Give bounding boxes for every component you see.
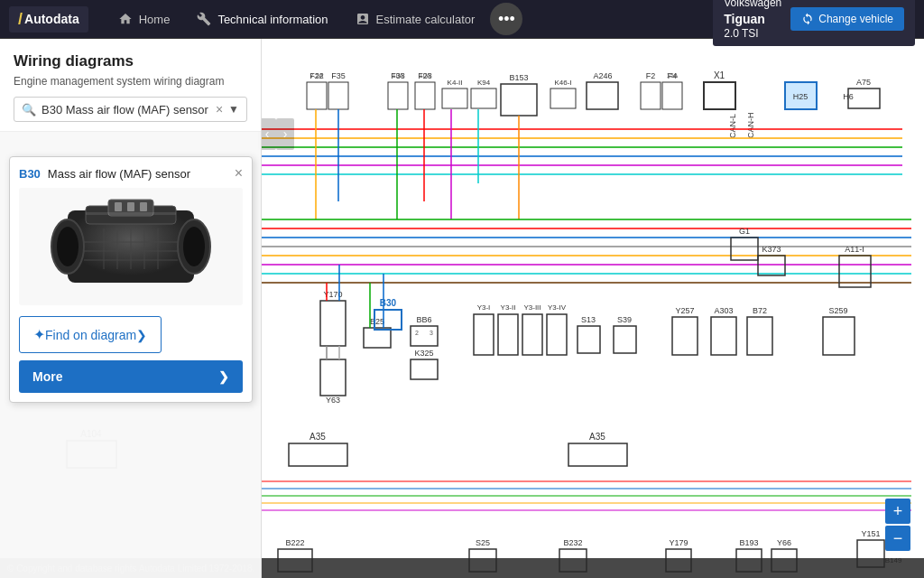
vehicle-name: Volkswagen Tiguan 2.0 TSI — [724, 0, 781, 42]
svg-text:15A: 15A — [667, 72, 679, 79]
svg-text:B153: B153 — [509, 73, 528, 82]
svg-text:X1: X1 — [714, 70, 725, 80]
vehicle-info: Volkswagen Tiguan 2.0 TSI Change vehicle — [713, 0, 915, 46]
svg-text:K46-I: K46-I — [554, 79, 571, 87]
svg-text:A303: A303 — [714, 306, 733, 315]
search-icon: 🔍 — [22, 103, 36, 117]
calculator-icon — [355, 11, 371, 27]
change-vehicle-button[interactable]: Change vehicle — [790, 7, 904, 31]
svg-text:10A: 10A — [393, 72, 404, 79]
svg-text:Y257: Y257 — [675, 306, 694, 315]
sidebar-panel: Wiring diagrams Engine management system… — [0, 39, 262, 578]
svg-text:Y63: Y63 — [326, 396, 340, 405]
svg-text:K373: K373 — [762, 245, 781, 254]
svg-text:Y3-III: Y3-III — [523, 303, 541, 312]
svg-text:›: › — [283, 126, 288, 141]
svg-text:F2: F2 — [646, 71, 656, 80]
svg-text:B232: B232 — [563, 538, 582, 547]
wrench-icon — [196, 11, 212, 27]
wiring-subtitle: Engine management system wiring diagram — [14, 75, 247, 88]
change-vehicle-label: Change vehicle — [818, 13, 893, 25]
svg-text:7.5A: 7.5A — [310, 72, 324, 79]
svg-text:A11-I: A11-I — [845, 245, 864, 254]
nav-tech[interactable]: Technical information — [185, 5, 338, 33]
svg-text:G1: G1 — [739, 227, 750, 236]
main-area: F6 F17 F15 30A F10a K310 K46-II F22 7.5A… — [0, 39, 924, 578]
svg-text:B30: B30 — [380, 298, 397, 308]
wiring-title: Wiring diagrams — [14, 52, 247, 70]
tech-label: Technical information — [217, 13, 328, 26]
logo[interactable]: / Autodata — [9, 6, 88, 33]
search-bar[interactable]: 🔍 × ▼ — [14, 97, 247, 122]
svg-text:B25: B25 — [370, 317, 384, 326]
nav-home[interactable]: Home — [106, 5, 181, 33]
svg-text:A35: A35 — [589, 432, 605, 442]
estimate-label: Estimate calculator — [376, 13, 476, 26]
find-arrow-icon: ❯ — [136, 328, 147, 342]
svg-text:BB6: BB6 — [416, 315, 431, 324]
svg-text:K4-II: K4-II — [448, 79, 463, 87]
component-code: B30 — [19, 167, 41, 181]
svg-text:K325: K325 — [414, 349, 433, 358]
logo-slash: / — [18, 10, 23, 29]
svg-text:A75: A75 — [856, 78, 871, 87]
svg-text:2: 2 — [415, 330, 419, 336]
svg-text:B72: B72 — [753, 306, 767, 315]
popup-close-button[interactable]: × — [235, 166, 243, 181]
find-on-diagram-button[interactable]: ✦ Find on diagram ❯ — [19, 316, 162, 353]
popup-header: B30 Mass air flow (MAF) sensor × — [19, 166, 243, 181]
svg-text:CAN-H: CAN-H — [746, 113, 755, 139]
svg-rect-155 — [140, 202, 147, 211]
svg-text:F35: F35 — [331, 71, 346, 80]
svg-text:S259: S259 — [828, 306, 847, 315]
svg-text:3: 3 — [430, 330, 433, 336]
zoom-controls: + − — [885, 499, 910, 551]
svg-text:‹: ‹ — [265, 126, 270, 141]
logo-text: Autodata — [24, 12, 79, 26]
home-icon — [117, 11, 134, 27]
svg-text:S25: S25 — [476, 538, 490, 547]
component-image — [19, 188, 243, 305]
svg-text:Y3-II: Y3-II — [501, 303, 516, 312]
zoom-in-button[interactable]: + — [885, 499, 910, 524]
svg-text:S13: S13 — [581, 315, 596, 324]
find-icon: ✦ — [33, 326, 45, 343]
more-button[interactable]: More ❯ — [19, 360, 243, 393]
svg-rect-153 — [115, 202, 122, 211]
component-name: Mass air flow (MAF) sensor — [48, 167, 227, 181]
svg-text:Y3-I: Y3-I — [477, 303, 491, 312]
svg-text:CAN-L: CAN-L — [728, 114, 737, 138]
svg-text:Y3-IV: Y3-IV — [548, 303, 567, 312]
nav-estimate[interactable]: Estimate calculator — [344, 5, 486, 33]
more-label: More — [32, 369, 62, 384]
find-label: Find on diagram — [45, 328, 136, 342]
more-arrow-icon: ❯ — [218, 369, 229, 384]
svg-text:B222: B222 — [285, 538, 304, 547]
svg-text:A246: A246 — [593, 71, 612, 80]
more-options-button[interactable]: ••• — [490, 3, 522, 35]
svg-text:S39: S39 — [617, 315, 632, 324]
svg-text:H25: H25 — [793, 92, 808, 101]
svg-point-148 — [57, 227, 79, 266]
svg-text:B193: B193 — [739, 538, 758, 547]
svg-text:A35: A35 — [310, 432, 326, 442]
search-input[interactable] — [42, 103, 210, 117]
topnav: / Autodata Home Technical information Es… — [0, 0, 924, 39]
svg-text:Y151: Y151 — [861, 529, 880, 538]
svg-rect-154 — [127, 202, 134, 211]
svg-text:Y179: Y179 — [669, 538, 688, 547]
wiring-header: Wiring diagrams Engine management system… — [0, 39, 261, 132]
search-clear-button[interactable]: × — [216, 102, 223, 117]
svg-text:Y66: Y66 — [777, 538, 791, 547]
zoom-out-button[interactable]: − — [885, 526, 910, 551]
home-label: Home — [139, 13, 171, 26]
svg-text:10A: 10A — [420, 72, 431, 79]
svg-point-150 — [183, 227, 205, 266]
svg-rect-164 — [86, 212, 176, 215]
nav-items: Home Technical information Estimate calc… — [106, 3, 696, 35]
component-popup: B30 Mass air flow (MAF) sensor × — [9, 156, 253, 403]
search-dropdown-icon[interactable]: ▼ — [228, 103, 239, 116]
svg-text:K94: K94 — [477, 79, 491, 87]
